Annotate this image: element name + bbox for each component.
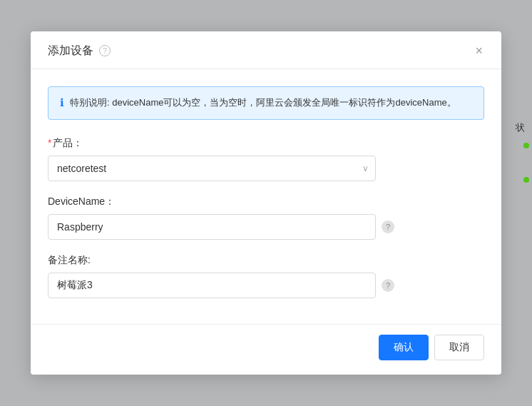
help-icon[interactable]: ? [99, 45, 111, 56]
add-device-modal: 添加设备 ? × ℹ 特别说明: deviceName可以为空，当为空时，阿里云… [31, 31, 501, 375]
background-table [523, 143, 532, 183]
device-name-label: DeviceName： [48, 196, 484, 208]
modal-header: 添加设备 ? × [31, 31, 501, 69]
device-name-input[interactable] [48, 214, 376, 240]
note-label: 备注名称: [48, 254, 484, 267]
modal-body: ℹ 特别说明: deviceName可以为空，当为空时，阿里云会颁发全局唯一标识… [31, 69, 501, 324]
device-name-tooltip-icon[interactable]: ? [382, 220, 394, 233]
product-field: *产品： netcoretest ∨ [48, 137, 484, 181]
product-select-wrapper[interactable]: netcoretest ∨ [48, 156, 376, 181]
device-name-row: ? [48, 214, 484, 240]
cancel-button[interactable]: 取消 [434, 335, 484, 360]
required-star: * [48, 137, 51, 148]
device-name-field: DeviceName： ? [48, 196, 484, 240]
modal-title: 添加设备 [48, 44, 93, 59]
status-dot-2 [523, 177, 529, 183]
note-row: ? [48, 273, 484, 298]
close-button[interactable]: × [474, 43, 484, 59]
modal-footer: 确认 取消 [31, 324, 501, 375]
bg-column-header: 状 [516, 121, 525, 134]
product-select[interactable]: netcoretest [48, 156, 376, 181]
status-dot-1 [523, 143, 529, 148]
info-icon: ℹ [60, 96, 64, 109]
modal-title-row: 添加设备 ? [48, 44, 111, 59]
product-select-value: netcoretest [57, 163, 106, 174]
note-input[interactable] [48, 273, 376, 298]
note-tooltip-icon[interactable]: ? [382, 279, 394, 292]
info-text: 特别说明: deviceName可以为空，当为空时，阿里云会颁发全局唯一标识符作… [70, 96, 456, 111]
confirm-button[interactable]: 确认 [379, 335, 429, 360]
product-label: *产品： [48, 137, 484, 150]
info-box: ℹ 特别说明: deviceName可以为空，当为空时，阿里云会颁发全局唯一标识… [48, 86, 484, 120]
note-field: 备注名称: ? [48, 254, 484, 298]
